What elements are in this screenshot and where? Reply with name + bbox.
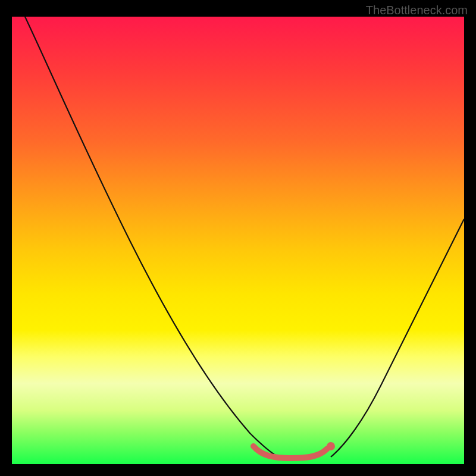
watermark-text: TheBottleneck.com: [366, 4, 468, 17]
right-curve: [331, 219, 464, 457]
chart-frame: [12, 17, 464, 464]
optimal-band-endpoint: [327, 442, 335, 450]
optimal-band-indicator: [253, 446, 327, 458]
plot-area: [12, 17, 464, 464]
curve-layer: [12, 17, 464, 464]
left-curve: [25, 17, 283, 459]
